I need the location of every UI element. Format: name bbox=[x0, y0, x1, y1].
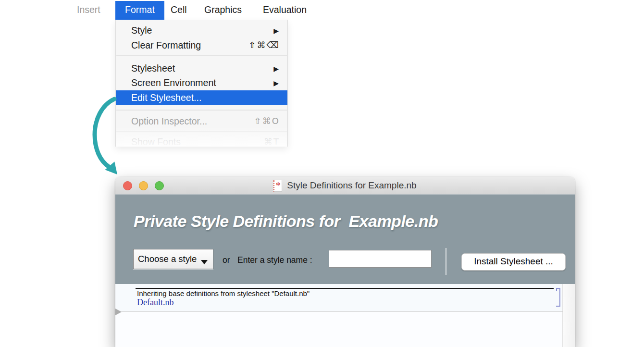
traffic-lights bbox=[123, 177, 164, 194]
submenu-arrow-icon: ▶ bbox=[273, 76, 279, 90]
cell-bracket[interactable] bbox=[556, 288, 560, 307]
zoom-button[interactable] bbox=[155, 181, 164, 190]
menu-separator bbox=[116, 131, 287, 132]
style-definitions-window: * Style Definitions for Example.nb Priva… bbox=[115, 177, 575, 347]
style-name-input[interactable] bbox=[329, 250, 432, 268]
notebook-document-icon: * bbox=[273, 180, 282, 192]
menu-item-screen-environment-label: Screen Environment bbox=[131, 75, 216, 90]
vertical-scrollbar[interactable] bbox=[562, 284, 575, 347]
arrow-annotation-icon bbox=[87, 94, 130, 183]
window-title: Style Definitions for Example.nb bbox=[287, 180, 416, 191]
menu-item-show-fonts[interactable]: Show Fonts ⌘T bbox=[116, 135, 287, 149]
format-menu-dropdown: Style ▶ Clear Formatting ⇧⌘⌫ Stylesheet … bbox=[115, 20, 288, 147]
inherit-definitions-text: Inheriting base definitions from stylesh… bbox=[137, 289, 310, 297]
menu-item-edit-stylesheet[interactable]: Edit Stylesheet... bbox=[116, 90, 287, 105]
menu-item-stylesheet-label: Stylesheet bbox=[131, 61, 175, 75]
menu-item-show-fonts-label: Show Fonts bbox=[131, 135, 181, 149]
submenu-arrow-icon: ▶ bbox=[273, 62, 279, 76]
enter-style-name-label: Enter a style name : bbox=[237, 255, 312, 265]
notebook-content-area[interactable]: Inheriting base definitions from stylesh… bbox=[115, 284, 575, 347]
menu-separator bbox=[116, 55, 287, 56]
cell-insertion-triangle-icon[interactable] bbox=[115, 309, 122, 315]
menubar-item-insert[interactable]: Insert bbox=[77, 1, 100, 19]
window-titlebar[interactable]: * Style Definitions for Example.nb bbox=[115, 177, 575, 195]
private-style-definitions-heading: Private Style Definitions for Example.nb bbox=[134, 212, 438, 231]
choose-style-popup-label: Choose a style bbox=[138, 249, 197, 269]
chevron-down-icon bbox=[201, 260, 208, 264]
cell-top-rule bbox=[136, 288, 554, 289]
shortcut-show-fonts: ⌘T bbox=[264, 135, 280, 149]
menu-item-clear-formatting[interactable]: Clear Formatting ⇧⌘⌫ bbox=[116, 38, 287, 52]
minimize-button[interactable] bbox=[139, 181, 148, 190]
install-stylesheet-button[interactable]: Install Stylesheet ... bbox=[461, 253, 566, 271]
menubar-item-format[interactable]: Format bbox=[115, 1, 164, 20]
vertical-divider bbox=[446, 248, 446, 275]
menubar-item-evaluation[interactable]: Evaluation bbox=[263, 1, 307, 19]
menu-separator bbox=[116, 110, 287, 111]
menubar: Insert Format Cell Graphics Evaluation bbox=[62, 1, 346, 19]
menubar-item-cell[interactable]: Cell bbox=[171, 1, 187, 19]
default-nb-link[interactable]: Default.nb bbox=[137, 297, 173, 308]
menu-item-style-label: Style bbox=[131, 23, 152, 37]
shortcut-clear-formatting: ⇧⌘⌫ bbox=[248, 38, 280, 52]
menubar-item-graphics[interactable]: Graphics bbox=[204, 1, 242, 19]
shortcut-option-inspector: ⇧⌘O bbox=[254, 114, 280, 128]
screenshot-canvas: Insert Format Cell Graphics Evaluation S… bbox=[0, 0, 644, 347]
close-button[interactable] bbox=[123, 181, 132, 190]
menu-item-clear-formatting-label: Clear Formatting bbox=[131, 38, 201, 52]
window-title-group: * Style Definitions for Example.nb bbox=[273, 180, 416, 192]
menu-item-edit-stylesheet-label: Edit Stylesheet... bbox=[131, 90, 201, 105]
menu-item-style[interactable]: Style ▶ bbox=[116, 23, 287, 37]
choose-style-popup[interactable]: Choose a style bbox=[133, 249, 213, 269]
menu-item-stylesheet[interactable]: Stylesheet ▶ bbox=[116, 61, 287, 75]
stylesheet-header-area: Private Style Definitions for Example.nb… bbox=[115, 194, 575, 285]
menu-item-option-inspector[interactable]: Option Inspector... ⇧⌘O bbox=[116, 114, 287, 128]
cell-insertion-line bbox=[121, 311, 563, 312]
or-label: or bbox=[223, 255, 230, 265]
submenu-arrow-icon: ▶ bbox=[273, 24, 279, 38]
menu-item-screen-environment[interactable]: Screen Environment ▶ bbox=[116, 75, 287, 90]
menu-item-option-inspector-label: Option Inspector... bbox=[131, 114, 207, 128]
